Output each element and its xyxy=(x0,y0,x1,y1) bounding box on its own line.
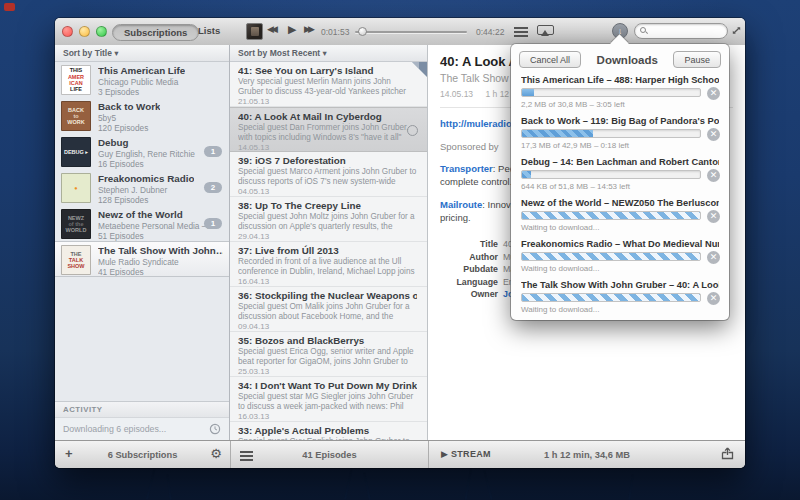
cancel-all-button[interactable]: Cancel All xyxy=(519,51,581,68)
download-progress-bar xyxy=(521,252,701,261)
episode-row[interactable]: 41: See You on Larry's Island Very speci… xyxy=(230,62,427,107)
downloads-popover: Cancel All Downloads Pause This American… xyxy=(511,44,729,320)
seek-knob[interactable] xyxy=(358,27,367,36)
cancel-download-button[interactable]: ✕ xyxy=(707,210,720,223)
download-title: Back to Work – 119: Big Bag of Pandora's… xyxy=(521,116,719,126)
episode-description: Special guest Dan Frommer joins John Gru… xyxy=(238,123,417,143)
sponsor-link[interactable]: Transporter xyxy=(440,163,493,174)
episode-row[interactable]: 35: Bozos and BlackBerrys Special guest … xyxy=(230,332,427,377)
podcast-row[interactable]: THE TALK SHOW The Talk Show With John… M… xyxy=(55,241,229,277)
artwork-text: ● xyxy=(62,185,90,191)
play-button[interactable]: ▶ xyxy=(288,23,296,36)
share-icon[interactable] xyxy=(720,446,735,461)
podcast-title: Back to Work xyxy=(98,101,160,113)
playlist-icon[interactable] xyxy=(514,27,528,29)
episode-row[interactable]: 34: I Don't Want To Put Down My Drink Sp… xyxy=(230,377,427,422)
now-playing-artwork xyxy=(246,23,263,40)
rewind-button[interactable]: ◀◀ xyxy=(267,24,275,34)
search-field[interactable] xyxy=(634,23,728,39)
episode-description: Special guest Om Malik joins John Gruber… xyxy=(238,302,417,322)
episode-row[interactable]: 37: Live from Úll 2013 Recorded in front… xyxy=(230,242,427,287)
episode-title: 38: Up To The Creepy Line xyxy=(238,200,417,212)
download-status: Waiting to download... xyxy=(521,223,719,233)
episode-row[interactable]: 39: iOS 7 Deforestation Special guest Ma… xyxy=(230,152,427,197)
episode-date: 09.04.13 xyxy=(238,322,417,332)
podcast-author: Guy English, Rene Ritchie xyxy=(98,149,195,159)
episode-title: 39: iOS 7 Deforestation xyxy=(238,155,417,167)
activity-clock-icon[interactable] xyxy=(209,423,221,435)
episode-list: Sort by Most Recent ▾ 41: See You on Lar… xyxy=(230,45,428,440)
elapsed-time: 0:01:53 xyxy=(321,27,349,37)
download-list: This American Life – 488: Harper High Sc… xyxy=(511,71,729,317)
tab-subscriptions[interactable]: Subscriptions xyxy=(112,24,199,41)
podcast-row[interactable]: ● Freakonomics Radio Stephen J. Dubner 1… xyxy=(55,170,229,206)
download-progress-bar xyxy=(521,88,701,97)
search-icon xyxy=(640,27,646,33)
podcast-episode-count: 51 Episodes xyxy=(98,231,215,241)
tab-lists[interactable]: Lists xyxy=(198,25,220,36)
subscriptions-sidebar: Sort by Title ▾ THIS AMER ICAN LIFE This… xyxy=(55,45,230,440)
podcast-artwork: NEWZ of the WORLD xyxy=(61,209,91,239)
activity-status: Downloading 6 episodes... xyxy=(63,424,209,434)
sidebar-sort-header[interactable]: Sort by Title ▾ xyxy=(55,45,229,62)
seek-slider[interactable] xyxy=(355,31,467,33)
episode-totals: 1 h 12 min, 34,6 MB xyxy=(544,450,630,460)
download-title: The Talk Show With John Gruber – 40: A L… xyxy=(521,280,719,290)
podcast-episode-count: 16 Episodes xyxy=(98,159,195,169)
episode-sort-header[interactable]: Sort by Most Recent ▾ xyxy=(230,45,427,62)
episode-row[interactable]: 33: Apple's Actual Problems Special gues… xyxy=(230,422,427,440)
episode-title: 33: Apple's Actual Problems xyxy=(238,425,417,437)
podcast-row[interactable]: NEWZ of the WORLD Newz of the World Meta… xyxy=(55,206,229,242)
download-progress-bar xyxy=(521,129,701,138)
cancel-download-button[interactable]: ✕ xyxy=(707,251,720,264)
stream-button[interactable]: ▶ STREAM xyxy=(441,449,491,459)
minimize-button[interactable] xyxy=(79,26,90,37)
download-item: Back to Work – 119: Big Bag of Pandora's… xyxy=(511,112,729,153)
download-title: This American Life – 488: Harper High Sc… xyxy=(521,75,719,85)
list-view-icon[interactable] xyxy=(240,451,253,453)
cancel-download-button[interactable]: ✕ xyxy=(707,169,720,182)
podcast-row[interactable]: BACK to WORK Back to Work 5by5 120 Episo… xyxy=(55,98,229,134)
download-item: Newz of the World – NEWZ050 The Berlusco… xyxy=(511,194,729,235)
episode-date: 16.04.13 xyxy=(238,277,417,287)
status-bar: + 6 Subscriptions ⚙ 41 Episodes ▶ STREAM… xyxy=(55,440,745,468)
fullscreen-icon[interactable] xyxy=(731,25,742,36)
fast-forward-button[interactable]: ▶▶ xyxy=(304,24,312,34)
artwork-text: WORK xyxy=(62,119,90,125)
download-progress-fill xyxy=(522,212,700,219)
zoom-button[interactable] xyxy=(96,26,107,37)
cancel-download-button[interactable]: ✕ xyxy=(707,87,720,100)
subscriptions-count: 6 Subscriptions xyxy=(108,450,178,460)
podcast-row[interactable]: DEBUG ▸ Debug Guy English, Rene Ritchie … xyxy=(55,134,229,170)
episode-row[interactable]: 36: Stockpiling the Nuclear Weapons of… … xyxy=(230,287,427,332)
podcast-title: Newz of the World xyxy=(98,209,215,221)
sponsor-link[interactable]: Mailroute xyxy=(440,199,482,210)
episode-row[interactable]: 40: A Look At Mail In Cyberdog Special g… xyxy=(230,107,427,152)
episode-date: 21.05.13 xyxy=(238,97,417,107)
podcast-artwork: DEBUG ▸ xyxy=(61,137,91,167)
podcast-artwork: THE TALK SHOW xyxy=(61,245,91,275)
activity-row: Downloading 6 episodes... xyxy=(55,418,229,440)
pause-button[interactable]: Pause xyxy=(673,51,721,68)
statusbar-episodes-section: 41 Episodes xyxy=(231,441,429,468)
close-button[interactable] xyxy=(62,26,73,37)
episode-title: 41: See You on Larry's Island xyxy=(238,65,417,77)
episode-description: Special guest Erica Ogg, senior writer a… xyxy=(238,347,417,367)
wallpaper-red-speck xyxy=(4,3,15,11)
podcast-row[interactable]: THIS AMER ICAN LIFE This American Life C… xyxy=(55,62,229,98)
artwork-text: SHOW xyxy=(62,263,90,269)
episode-row[interactable]: 38: Up To The Creepy Line Special guest … xyxy=(230,197,427,242)
airplay-icon[interactable] xyxy=(537,25,554,35)
grass-silhouette xyxy=(166,474,172,500)
cancel-download-button[interactable]: ✕ xyxy=(707,292,720,305)
artwork-text: LIFE xyxy=(62,86,90,92)
unplayed-badge: 1 xyxy=(204,218,222,229)
add-subscription-button[interactable]: + xyxy=(65,446,73,461)
podcast-artwork: THIS AMER ICAN LIFE xyxy=(61,65,91,95)
metadata-label: Owner xyxy=(440,288,498,301)
cancel-download-button[interactable]: ✕ xyxy=(707,128,720,141)
settings-gear-icon[interactable]: ⚙ xyxy=(210,446,222,461)
search-input[interactable] xyxy=(649,25,727,39)
podcast-author: Stephen J. Dubner xyxy=(98,185,194,195)
episode-title: 40: A Look At Mail In Cyberdog xyxy=(238,111,417,123)
